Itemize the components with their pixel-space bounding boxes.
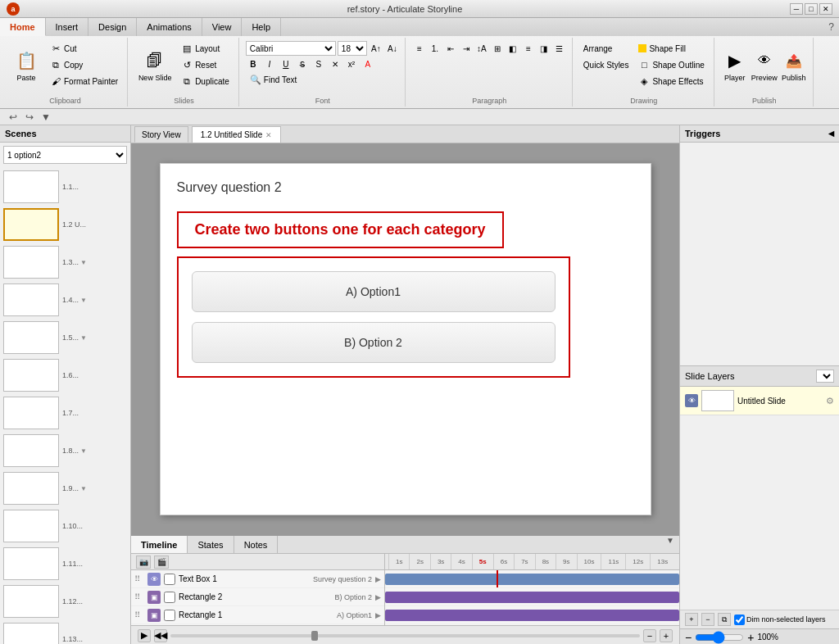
tab-home[interactable]: Home (0, 18, 46, 36)
tl-rewind-button[interactable]: ◀◀ (154, 629, 167, 642)
preview-button[interactable]: 👁 Preview (751, 41, 778, 90)
tl-bar-rect1[interactable] (385, 610, 679, 621)
collapse-panel-button[interactable]: ▼ (661, 536, 679, 553)
font-size-select[interactable]: 18 (338, 41, 367, 56)
bold-button[interactable]: B (246, 57, 261, 71)
slide-item-1-3[interactable]: 1.3... ▼ (3, 246, 127, 279)
align-center-button[interactable]: ≡ (521, 41, 536, 56)
align-right-button[interactable]: ◨ (537, 41, 551, 56)
tl-drag-rect2[interactable]: ⠿ (134, 592, 144, 602)
bullet-list-button[interactable]: ≡ (412, 41, 427, 56)
slide-item-1-4[interactable]: 1.4... ▼ (3, 283, 127, 316)
tab-animations[interactable]: Animations (137, 18, 202, 36)
option-b-button[interactable]: B) Option 2 (192, 322, 556, 363)
tl-eye-rect1[interactable]: ▣ (147, 609, 161, 622)
slide-item-1-9[interactable]: 1.9... ▼ (3, 472, 127, 505)
text-direction-button[interactable]: ↕A (474, 41, 489, 56)
tl-bar-rect2[interactable] (385, 592, 679, 603)
tl-scrubber-thumb[interactable] (311, 631, 318, 641)
more-button[interactable]: ▼ (39, 111, 52, 124)
tl-eye-textbox1[interactable]: 👁 (147, 573, 161, 586)
timeline-tab[interactable]: Timeline (131, 536, 188, 553)
tl-eye-rect2[interactable]: ▣ (147, 591, 161, 604)
font-grow-button[interactable]: A↑ (369, 41, 383, 56)
zoom-out-button[interactable]: − (685, 631, 692, 644)
option-a-button[interactable]: A) Option1 (192, 271, 556, 312)
shape-effects-button[interactable]: ◈ Shape Effects (634, 74, 708, 88)
duplicate-button[interactable]: ⧉ Duplicate (177, 74, 234, 88)
tl-arrow-rect1[interactable]: ▶ (375, 611, 381, 619)
layer-copy-button[interactable]: ⧉ (718, 613, 731, 626)
tl-play-button[interactable]: ▶ (138, 629, 151, 642)
slide-item-1-5[interactable]: 1.5... ▼ (3, 321, 127, 354)
layout-button[interactable]: ▤ Layout (177, 41, 234, 56)
tab-design[interactable]: Design (88, 18, 137, 36)
tl-check-rect2[interactable] (164, 592, 175, 603)
help-icon[interactable]: ? (823, 18, 839, 36)
reset-button[interactable]: ↺ Reset (177, 57, 234, 72)
tl-drag-textbox1[interactable]: ⠿ (134, 574, 144, 584)
font-shrink-button[interactable]: A↓ (385, 41, 400, 56)
tl-scrubber[interactable] (170, 634, 640, 637)
scenes-dropdown[interactable]: 1 option2 (3, 146, 127, 164)
story-view-tab[interactable]: Story View (134, 126, 188, 143)
tl-arrow-textbox1[interactable]: ▶ (375, 575, 381, 583)
tl-film-button[interactable]: 🎬 (154, 556, 169, 569)
find-text-button[interactable]: 🔍 Find Text (246, 72, 301, 87)
close-button[interactable]: ✕ (819, 3, 832, 15)
cut-button[interactable]: ✂ Cut (46, 41, 122, 56)
paste-button[interactable]: 📋 Paste (8, 41, 44, 90)
arrange-button[interactable]: Arrange (579, 41, 633, 56)
zoom-slider[interactable] (695, 631, 744, 644)
tl-camera-button[interactable]: 📷 (136, 556, 151, 569)
redo-button[interactable]: ↪ (23, 111, 36, 124)
layer-add-button[interactable]: + (685, 613, 698, 626)
indent-more-button[interactable]: ⇥ (459, 41, 474, 56)
layer-eye-button[interactable]: 👁 (685, 394, 698, 407)
numbered-list-button[interactable]: 1. (428, 41, 442, 56)
tl-bar-textbox1[interactable] (385, 574, 679, 585)
dim-layers-checkbox[interactable] (734, 615, 745, 625)
slide-item-1-11[interactable]: 1.11... (3, 547, 127, 580)
clear-format-button[interactable]: ✕ (328, 57, 342, 71)
zoom-in-button[interactable]: + (747, 631, 754, 644)
maximize-button[interactable]: □ (805, 3, 818, 15)
tl-drag-rect1[interactable]: ⠿ (134, 610, 144, 620)
slide-item-1-1[interactable]: 1.1... (3, 170, 127, 203)
tl-arrow-rect2[interactable]: ▶ (375, 593, 381, 601)
indent-less-button[interactable]: ⇤ (443, 41, 458, 56)
layer-delete-button[interactable]: − (701, 613, 714, 626)
layer-gear-button[interactable]: ⚙ (826, 396, 834, 406)
quick-styles-button[interactable]: Quick Styles (579, 57, 633, 72)
underline-button[interactable]: U (279, 57, 293, 71)
slide-layers-dropdown[interactable] (816, 370, 834, 383)
slide-item-1-6[interactable]: 1.6... (3, 359, 127, 392)
superscript-button[interactable]: x² (344, 57, 359, 71)
tab-view[interactable]: View (202, 18, 243, 36)
tab-help[interactable]: Help (242, 18, 281, 36)
tl-check-textbox1[interactable] (164, 574, 175, 585)
new-slide-button[interactable]: 🗐 New Slide (134, 41, 175, 90)
slide-item-1-10[interactable]: 1.10... (3, 510, 127, 542)
shape-outline-button[interactable]: □ Shape Outline (634, 57, 708, 72)
minimize-button[interactable]: ─ (790, 3, 803, 15)
undo-button[interactable]: ↩ (7, 111, 20, 124)
shadow-button[interactable]: S (311, 57, 326, 71)
align-left-button[interactable]: ◧ (506, 41, 520, 56)
font-family-select[interactable]: Calibri (246, 41, 336, 56)
slide-item-1-13[interactable]: 1.13... (3, 623, 127, 644)
align-text-button[interactable]: ⊞ (490, 41, 505, 56)
italic-button[interactable]: I (262, 57, 277, 71)
tab-close-button[interactable]: ✕ (265, 131, 272, 139)
states-tab[interactable]: States (188, 536, 234, 553)
strikethrough-button[interactable]: S̶ (295, 57, 310, 71)
triggers-collapse-button[interactable]: ◀ (828, 129, 834, 138)
slide-item-1-7[interactable]: 1.7... (3, 397, 127, 429)
slide-tab[interactable]: 1.2 Untitled Slide ✕ (192, 126, 282, 143)
tl-zoom-in-button[interactable]: + (660, 629, 673, 642)
slide-item-1-2[interactable]: 1.2 U... (3, 208, 127, 241)
tl-zoom-out-button[interactable]: − (643, 629, 656, 642)
align-justify-button[interactable]: ☰ (552, 41, 567, 56)
font-color-button[interactable]: A (361, 57, 375, 71)
publish-button[interactable]: 📤 Publish (780, 41, 808, 90)
